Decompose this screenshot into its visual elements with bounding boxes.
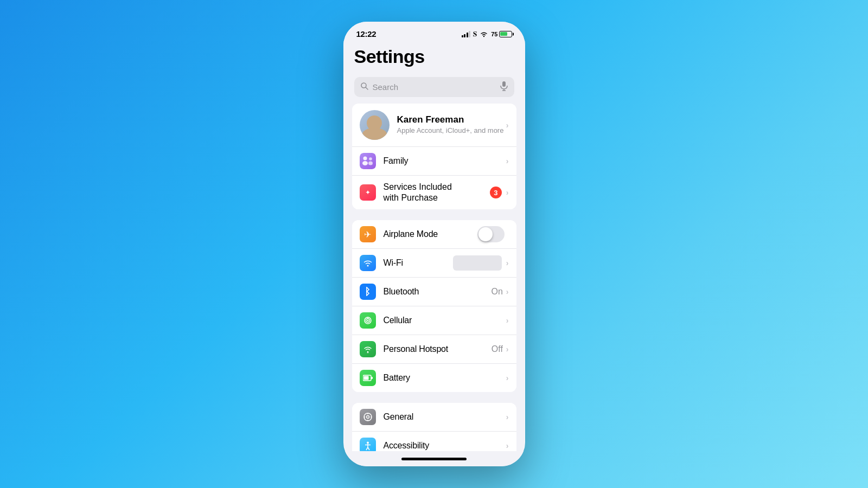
accessibility-row[interactable]: Accessibility › <box>352 432 516 451</box>
profile-row[interactable]: Karen Freeman Apple Account, iCloud+, an… <box>352 104 516 147</box>
profile-chevron: › <box>506 121 509 130</box>
microphone-icon <box>500 81 508 93</box>
svg-point-9 <box>369 157 372 160</box>
status-bar: 12:22 𝐒 75 <box>343 22 525 42</box>
personal-hotspot-value: Off <box>492 344 503 354</box>
settings-scroll-area[interactable]: Settings Search <box>343 42 525 451</box>
wifi-status-icon: 𝐒 <box>473 30 477 38</box>
services-badge: 3 <box>490 187 502 198</box>
profile-name: Karen Freeman <box>397 114 506 125</box>
wifi-row[interactable]: Wi-Fi › <box>352 249 516 278</box>
page-title: Settings <box>354 46 514 67</box>
signal-bars-icon <box>462 31 471 37</box>
general-icon <box>360 409 376 425</box>
services-chevron: › <box>506 188 509 197</box>
wifi-label: Wi-Fi <box>384 258 453 268</box>
wifi-chevron: › <box>506 259 509 267</box>
svg-point-20 <box>364 413 372 421</box>
svg-line-30 <box>368 447 369 450</box>
bluetooth-label: Bluetooth <box>384 287 492 297</box>
general-row[interactable]: General › <box>352 403 516 432</box>
svg-rect-3 <box>502 81 506 87</box>
family-label: Family <box>384 156 506 166</box>
svg-point-26 <box>367 442 369 444</box>
search-icon <box>361 82 368 92</box>
bluetooth-row[interactable]: ᛒ Bluetooth On › <box>352 278 516 306</box>
accessibility-chevron: › <box>506 441 509 450</box>
svg-rect-19 <box>371 377 373 379</box>
svg-point-21 <box>366 416 369 419</box>
svg-point-7 <box>363 157 367 160</box>
accessibility-label: Accessibility <box>384 441 506 451</box>
services-label: Services Includedwith Purchase <box>384 182 490 203</box>
cellular-row[interactable]: Cellular › <box>352 306 516 335</box>
battery-chevron: › <box>506 374 509 382</box>
profile-info: Karen Freeman Apple Account, iCloud+, an… <box>397 114 506 136</box>
family-icon <box>360 153 376 169</box>
home-indicator <box>343 451 525 466</box>
services-icon: ✦ <box>360 184 376 201</box>
svg-point-8 <box>362 161 368 165</box>
general-label: General <box>384 412 506 422</box>
airplane-mode-label: Airplane Mode <box>384 229 477 239</box>
cellular-label: Cellular <box>384 316 506 325</box>
profile-group: Karen Freeman Apple Account, iCloud+, an… <box>352 104 516 209</box>
battery-label: Battery <box>384 373 506 383</box>
profile-subtitle: Apple Account, iCloud+, and more <box>397 126 506 136</box>
personal-hotspot-row[interactable]: Personal Hotspot Off › <box>352 335 516 364</box>
family-row[interactable]: Family › <box>352 147 516 176</box>
connectivity-group: ✈ Airplane Mode Wi-Fi › <box>352 220 516 392</box>
wifi-settings-icon <box>360 255 376 271</box>
accessibility-icon <box>360 438 376 451</box>
personal-hotspot-label: Personal Hotspot <box>384 344 492 354</box>
svg-point-11 <box>367 265 368 267</box>
svg-rect-6 <box>360 153 376 169</box>
battery-status-icon: 75 <box>491 31 512 37</box>
status-icons: 𝐒 75 <box>462 30 512 38</box>
services-row[interactable]: ✦ Services Includedwith Purchase 3 › <box>352 176 516 209</box>
general-chevron: › <box>506 413 509 421</box>
svg-point-14 <box>367 320 368 322</box>
svg-rect-18 <box>363 376 368 380</box>
settings-header: Settings <box>343 42 525 73</box>
airplane-mode-row[interactable]: ✈ Airplane Mode <box>352 220 516 249</box>
status-time: 12:22 <box>356 29 376 38</box>
family-chevron: › <box>506 157 509 165</box>
bluetooth-icon: ᛒ <box>360 284 376 300</box>
search-bar[interactable]: Search <box>354 77 514 97</box>
cellular-icon <box>360 312 376 329</box>
system-group: General › Accessibility › <box>352 403 516 451</box>
cellular-chevron: › <box>506 316 509 325</box>
wifi-status-svg-icon <box>480 31 488 37</box>
svg-line-29 <box>366 447 368 450</box>
personal-hotspot-chevron: › <box>506 345 509 354</box>
svg-point-0 <box>483 35 484 36</box>
phone-frame: 12:22 𝐒 75 <box>343 22 525 466</box>
bluetooth-chevron: › <box>506 287 509 296</box>
search-placeholder: Search <box>373 82 496 92</box>
svg-point-10 <box>368 162 373 165</box>
wifi-value-bar <box>453 255 502 271</box>
bluetooth-value: On <box>491 287 502 297</box>
home-bar <box>401 458 467 460</box>
battery-icon <box>360 370 376 386</box>
battery-row[interactable]: Battery › <box>352 364 516 392</box>
airplane-mode-icon: ✈ <box>360 226 376 242</box>
personal-hotspot-icon <box>360 341 376 357</box>
svg-line-2 <box>366 87 368 89</box>
airplane-mode-toggle[interactable] <box>477 226 505 242</box>
avatar <box>360 110 390 140</box>
